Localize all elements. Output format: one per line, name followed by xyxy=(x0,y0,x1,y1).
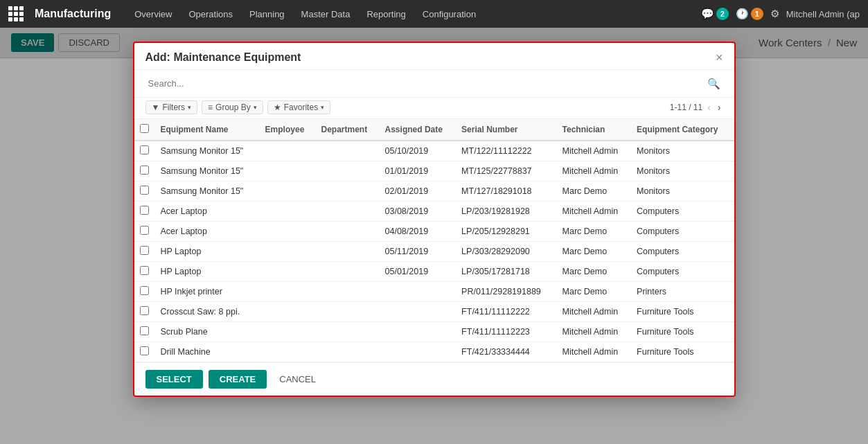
row-equipment-name: Scrub Plane xyxy=(155,322,260,342)
row-checkbox-7[interactable] xyxy=(140,286,149,295)
modal-filters-bar: ▼ Filters ▾ ≡ Group By ▾ ★ Favorites ▾ 1… xyxy=(134,98,734,119)
top-nav: Overview Operations Planning Master Data… xyxy=(127,6,690,22)
table-row: Samsung Monitor 15" 02/01/2019 MT/127/18… xyxy=(134,181,734,202)
app-grid-icon[interactable] xyxy=(8,6,24,21)
favorites-button[interactable]: ★ Favorites ▾ xyxy=(267,100,330,114)
filters-arrow: ▾ xyxy=(188,104,191,111)
select-button[interactable]: SELECT xyxy=(145,370,203,389)
row-department xyxy=(316,141,380,161)
table-row: Samsung Monitor 15" 05/10/2019 MT/122/11… xyxy=(134,141,734,161)
row-serial: MT/125/22778837 xyxy=(456,161,556,181)
col-employee: Employee xyxy=(260,119,316,141)
row-serial: PR/011/2928191889 xyxy=(456,282,556,302)
nav-reporting[interactable]: Reporting xyxy=(360,6,412,22)
search-input[interactable] xyxy=(145,76,723,91)
row-serial: FT/411/11112222 xyxy=(456,302,556,322)
modal-header: Add: Maintenance Equipment × xyxy=(134,43,734,70)
row-checkbox-cell xyxy=(134,161,155,181)
row-checkbox-cell xyxy=(134,222,155,242)
modal-title: Add: Maintenance Equipment xyxy=(145,51,301,64)
row-checkbox-0[interactable] xyxy=(140,145,149,154)
col-technician: Technician xyxy=(557,119,632,141)
row-equipment-name: Samsung Monitor 15" xyxy=(155,181,260,202)
nav-operations[interactable]: Operations xyxy=(181,6,240,22)
row-category: Monitors xyxy=(631,161,734,181)
row-assigned-date: 02/01/2019 xyxy=(380,181,457,202)
row-checkbox-2[interactable] xyxy=(140,186,149,195)
row-assigned-date xyxy=(380,342,457,362)
row-checkbox-cell xyxy=(134,181,155,202)
row-assigned-date xyxy=(380,322,457,342)
row-checkbox-cell xyxy=(134,141,155,161)
row-department xyxy=(316,262,380,282)
row-category: Computers xyxy=(631,222,734,242)
table-row: HP Laptop 05/11/2019 LP/303/28292090 Mar… xyxy=(134,242,734,262)
row-checkbox-cell xyxy=(134,202,155,222)
row-checkbox-4[interactable] xyxy=(140,226,149,235)
select-all-checkbox[interactable] xyxy=(140,124,149,133)
row-checkbox-8[interactable] xyxy=(140,306,149,315)
col-department: Department xyxy=(316,119,380,141)
row-equipment-name: Samsung Monitor 15" xyxy=(155,161,260,181)
nav-planning[interactable]: Planning xyxy=(242,6,292,22)
group-by-button[interactable]: ≡ Group By ▾ xyxy=(202,100,263,114)
cancel-button[interactable]: CANCEL xyxy=(272,370,323,389)
row-serial: FT/421/33334444 xyxy=(456,342,556,362)
row-assigned-date xyxy=(380,302,457,322)
filters-button[interactable]: ▼ Filters ▾ xyxy=(145,100,198,114)
row-checkbox-3[interactable] xyxy=(140,206,149,215)
row-serial: MT/127/18291018 xyxy=(456,181,556,202)
row-employee xyxy=(260,282,316,302)
row-category: Printers xyxy=(631,282,734,302)
row-department xyxy=(316,242,380,262)
modal-close-button[interactable]: × xyxy=(716,51,723,64)
row-checkbox-cell xyxy=(134,342,155,362)
pagination-next[interactable]: › xyxy=(716,102,723,113)
row-technician: Marc Demo xyxy=(557,181,632,202)
row-assigned-date xyxy=(380,282,457,302)
row-equipment-name: Drill Machine xyxy=(155,342,260,362)
row-checkbox-5[interactable] xyxy=(140,246,149,255)
col-checkbox xyxy=(134,119,155,141)
nav-master-data[interactable]: Master Data xyxy=(294,6,357,22)
equipment-table-wrapper: Equipment Name Employee Department Assig… xyxy=(134,119,734,362)
row-checkbox-9[interactable] xyxy=(140,326,149,335)
row-equipment-name: Crosscut Saw: 8 ppi. xyxy=(155,302,260,322)
modal-search-area: 🔍 xyxy=(134,70,734,98)
search-icon[interactable]: 🔍 xyxy=(707,78,720,90)
pagination-prev[interactable]: ‹ xyxy=(705,102,713,113)
row-checkbox-6[interactable] xyxy=(140,266,149,275)
create-button[interactable]: CREATE xyxy=(209,370,267,389)
row-category: Furniture Tools xyxy=(631,302,734,322)
row-technician: Marc Demo xyxy=(557,282,632,302)
row-department xyxy=(316,282,380,302)
row-serial: FT/411/11112223 xyxy=(456,322,556,342)
nav-configuration[interactable]: Configuration xyxy=(416,6,483,22)
row-category: Monitors xyxy=(631,141,734,161)
col-assigned-date: Assigned Date xyxy=(380,119,457,141)
row-equipment-name: HP Inkjet printer xyxy=(155,282,260,302)
row-assigned-date: 03/08/2019 xyxy=(380,202,457,222)
row-checkbox-cell xyxy=(134,322,155,342)
activities-badge-area[interactable]: 🕐 1 xyxy=(736,8,763,20)
row-checkbox-cell xyxy=(134,282,155,302)
nav-overview[interactable]: Overview xyxy=(127,6,179,22)
row-equipment-name: HP Laptop xyxy=(155,262,260,282)
col-equipment-name: Equipment Name xyxy=(155,119,260,141)
row-checkbox-cell xyxy=(134,242,155,262)
table-row: Samsung Monitor 15" 01/01/2019 MT/125/22… xyxy=(134,161,734,181)
activities-badge: 1 xyxy=(751,8,763,20)
row-checkbox-1[interactable] xyxy=(140,166,149,175)
row-technician: Mitchell Admin xyxy=(557,342,632,362)
row-category: Computers xyxy=(631,202,734,222)
settings-icon[interactable]: ⚙ xyxy=(770,8,779,20)
row-category: Computers xyxy=(631,262,734,282)
row-assigned-date: 01/01/2019 xyxy=(380,161,457,181)
favorites-arrow: ▾ xyxy=(321,104,324,111)
user-name[interactable]: Mitchell Admin (ap xyxy=(786,9,860,19)
messages-badge-area[interactable]: 💬 2 xyxy=(701,8,729,20)
row-equipment-name: Acer Laptop xyxy=(155,202,260,222)
row-checkbox-10[interactable] xyxy=(140,346,149,355)
star-icon: ★ xyxy=(274,103,281,112)
page-background: SAVE DISCARD Work Centers / New Add: Mai… xyxy=(0,28,868,444)
